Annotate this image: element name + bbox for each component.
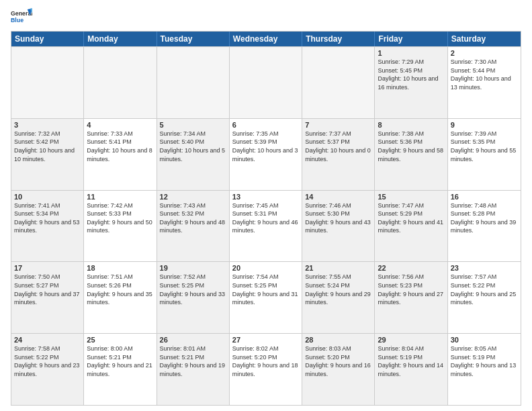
day-info: Sunrise: 7:33 AM Sunset: 5:41 PM Dayligh…: [87, 130, 153, 163]
day-info: Sunrise: 7:37 AM Sunset: 5:37 PM Dayligh…: [305, 130, 371, 163]
calendar-cell: 1Sunrise: 7:29 AM Sunset: 5:45 PM Daylig…: [375, 47, 447, 118]
calendar: SundayMondayTuesdayWednesdayThursdayFrid…: [11, 31, 521, 406]
day-number: 16: [451, 193, 518, 201]
day-number: 9: [451, 121, 518, 129]
day-info: Sunrise: 7:30 AM Sunset: 5:44 PM Dayligh…: [451, 58, 518, 91]
day-number: 11: [87, 193, 153, 201]
day-number: 18: [87, 264, 153, 272]
calendar-row-0: 1Sunrise: 7:29 AM Sunset: 5:45 PM Daylig…: [11, 46, 521, 118]
calendar-row-2: 10Sunrise: 7:41 AM Sunset: 5:34 PM Dayli…: [11, 190, 521, 262]
header-cell-tuesday: Tuesday: [157, 32, 230, 46]
calendar-cell: 30Sunrise: 8:05 AM Sunset: 5:19 PM Dayli…: [448, 334, 521, 405]
calendar-cell: 19Sunrise: 7:52 AM Sunset: 5:25 PM Dayli…: [157, 262, 230, 333]
day-info: Sunrise: 7:35 AM Sunset: 5:39 PM Dayligh…: [232, 130, 299, 163]
calendar-cell: 15Sunrise: 7:47 AM Sunset: 5:29 PM Dayli…: [375, 191, 447, 262]
day-number: 10: [14, 193, 81, 201]
header-cell-wednesday: Wednesday: [230, 32, 302, 46]
calendar-cell: 22Sunrise: 7:56 AM Sunset: 5:23 PM Dayli…: [375, 262, 447, 333]
day-info: Sunrise: 7:57 AM Sunset: 5:22 PM Dayligh…: [451, 273, 518, 306]
header-cell-sunday: Sunday: [11, 32, 84, 46]
calendar-cell: 23Sunrise: 7:57 AM Sunset: 5:22 PM Dayli…: [448, 262, 521, 333]
day-number: 26: [160, 336, 226, 344]
calendar-row-4: 24Sunrise: 7:58 AM Sunset: 5:22 PM Dayli…: [11, 333, 521, 405]
calendar-cell: 26Sunrise: 8:01 AM Sunset: 5:21 PM Dayli…: [157, 334, 230, 405]
day-number: 13: [232, 193, 299, 201]
day-info: Sunrise: 8:03 AM Sunset: 5:20 PM Dayligh…: [305, 345, 371, 378]
calendar-body: 1Sunrise: 7:29 AM Sunset: 5:45 PM Daylig…: [11, 46, 521, 405]
calendar-cell: [230, 47, 302, 118]
calendar-cell: 17Sunrise: 7:50 AM Sunset: 5:27 PM Dayli…: [11, 262, 84, 333]
header-cell-saturday: Saturday: [448, 32, 521, 46]
day-number: 19: [160, 264, 226, 272]
day-info: Sunrise: 7:41 AM Sunset: 5:34 PM Dayligh…: [14, 201, 81, 235]
day-info: Sunrise: 7:29 AM Sunset: 5:45 PM Dayligh…: [378, 58, 444, 91]
calendar-cell: 20Sunrise: 7:54 AM Sunset: 5:25 PM Dayli…: [230, 262, 302, 333]
day-info: Sunrise: 7:55 AM Sunset: 5:24 PM Dayligh…: [305, 273, 371, 306]
day-number: 3: [14, 121, 81, 129]
calendar-cell: 3Sunrise: 7:32 AM Sunset: 5:42 PM Daylig…: [11, 119, 84, 190]
page: General Blue SundayMondayTuesdayWednesda…: [0, 0, 532, 411]
calendar-cell: 5Sunrise: 7:34 AM Sunset: 5:40 PM Daylig…: [157, 119, 230, 190]
day-number: 24: [14, 336, 81, 344]
day-info: Sunrise: 7:48 AM Sunset: 5:28 PM Dayligh…: [451, 201, 518, 235]
calendar-cell: 25Sunrise: 8:00 AM Sunset: 5:21 PM Dayli…: [84, 334, 157, 405]
day-info: Sunrise: 8:04 AM Sunset: 5:19 PM Dayligh…: [378, 345, 444, 378]
day-number: 25: [87, 336, 153, 344]
calendar-cell: 13Sunrise: 7:45 AM Sunset: 5:31 PM Dayli…: [230, 191, 302, 262]
calendar-cell: 6Sunrise: 7:35 AM Sunset: 5:39 PM Daylig…: [230, 119, 302, 190]
day-number: 12: [160, 193, 226, 201]
day-number: 5: [160, 121, 226, 129]
day-info: Sunrise: 7:42 AM Sunset: 5:33 PM Dayligh…: [87, 201, 153, 235]
logo: General Blue: [11, 8, 32, 27]
calendar-cell: 24Sunrise: 7:58 AM Sunset: 5:22 PM Dayli…: [11, 334, 84, 405]
header-cell-monday: Monday: [84, 32, 157, 46]
calendar-cell: 9Sunrise: 7:39 AM Sunset: 5:35 PM Daylig…: [448, 119, 521, 190]
svg-text:Blue: Blue: [11, 17, 24, 24]
calendar-header: SundayMondayTuesdayWednesdayThursdayFrid…: [11, 32, 521, 46]
calendar-cell: 28Sunrise: 8:03 AM Sunset: 5:20 PM Dayli…: [302, 334, 375, 405]
calendar-cell: 14Sunrise: 7:46 AM Sunset: 5:30 PM Dayli…: [302, 191, 375, 262]
day-info: Sunrise: 7:54 AM Sunset: 5:25 PM Dayligh…: [232, 273, 299, 306]
calendar-cell: [11, 47, 84, 118]
day-info: Sunrise: 8:00 AM Sunset: 5:21 PM Dayligh…: [87, 345, 153, 378]
calendar-row-3: 17Sunrise: 7:50 AM Sunset: 5:27 PM Dayli…: [11, 261, 521, 333]
calendar-cell: [84, 47, 157, 118]
day-number: 20: [232, 264, 299, 272]
day-info: Sunrise: 8:02 AM Sunset: 5:20 PM Dayligh…: [232, 345, 299, 378]
calendar-cell: 8Sunrise: 7:38 AM Sunset: 5:36 PM Daylig…: [375, 119, 447, 190]
day-info: Sunrise: 8:01 AM Sunset: 5:21 PM Dayligh…: [160, 345, 226, 378]
calendar-cell: 2Sunrise: 7:30 AM Sunset: 5:44 PM Daylig…: [448, 47, 521, 118]
calendar-cell: [157, 47, 230, 118]
day-number: 22: [378, 264, 444, 272]
day-number: 15: [378, 193, 444, 201]
day-info: Sunrise: 7:51 AM Sunset: 5:26 PM Dayligh…: [87, 273, 153, 306]
day-info: Sunrise: 7:58 AM Sunset: 5:22 PM Dayligh…: [14, 345, 81, 378]
calendar-cell: 7Sunrise: 7:37 AM Sunset: 5:37 PM Daylig…: [302, 119, 375, 190]
calendar-cell: 18Sunrise: 7:51 AM Sunset: 5:26 PM Dayli…: [84, 262, 157, 333]
day-number: 8: [378, 121, 444, 129]
day-info: Sunrise: 7:32 AM Sunset: 5:42 PM Dayligh…: [14, 130, 81, 163]
day-info: Sunrise: 7:47 AM Sunset: 5:29 PM Dayligh…: [378, 201, 444, 235]
calendar-cell: 12Sunrise: 7:43 AM Sunset: 5:32 PM Dayli…: [157, 191, 230, 262]
day-number: 21: [305, 264, 371, 272]
day-number: 27: [232, 336, 299, 344]
calendar-cell: [302, 47, 375, 118]
day-info: Sunrise: 7:45 AM Sunset: 5:31 PM Dayligh…: [232, 201, 299, 235]
calendar-cell: 16Sunrise: 7:48 AM Sunset: 5:28 PM Dayli…: [448, 191, 521, 262]
day-number: 1: [378, 49, 444, 57]
day-number: 17: [14, 264, 81, 272]
day-number: 14: [305, 193, 371, 201]
day-number: 28: [305, 336, 371, 344]
day-info: Sunrise: 7:46 AM Sunset: 5:30 PM Dayligh…: [305, 201, 371, 235]
header-cell-friday: Friday: [375, 32, 447, 46]
day-number: 30: [451, 336, 518, 344]
calendar-cell: 21Sunrise: 7:55 AM Sunset: 5:24 PM Dayli…: [302, 262, 375, 333]
day-info: Sunrise: 7:39 AM Sunset: 5:35 PM Dayligh…: [451, 130, 518, 163]
day-info: Sunrise: 8:05 AM Sunset: 5:19 PM Dayligh…: [451, 345, 518, 378]
day-info: Sunrise: 7:43 AM Sunset: 5:32 PM Dayligh…: [160, 201, 226, 235]
logo-icon: General Blue: [11, 8, 32, 27]
day-info: Sunrise: 7:52 AM Sunset: 5:25 PM Dayligh…: [160, 273, 226, 306]
calendar-cell: 29Sunrise: 8:04 AM Sunset: 5:19 PM Dayli…: [375, 334, 447, 405]
day-info: Sunrise: 7:34 AM Sunset: 5:40 PM Dayligh…: [160, 130, 226, 163]
top-section: General Blue: [11, 8, 521, 27]
